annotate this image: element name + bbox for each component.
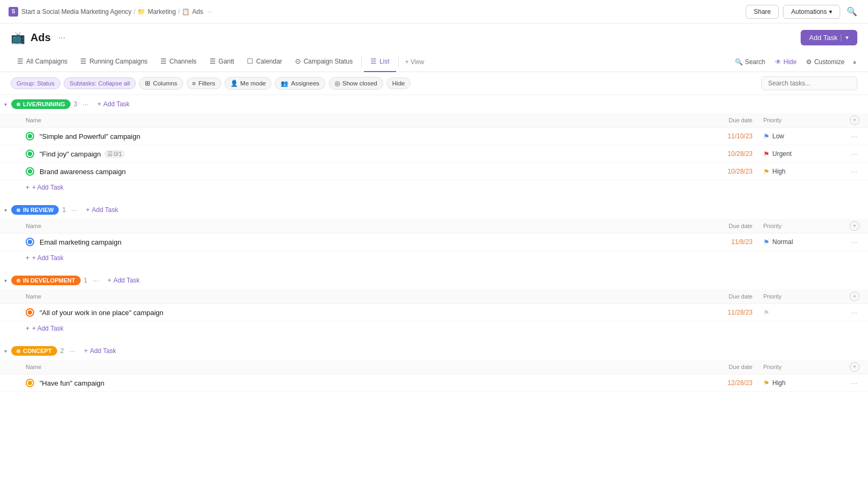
task-more-icon-4[interactable]: ···: [849, 237, 859, 247]
status-badge-concept: CONCEPT: [11, 346, 57, 356]
table-row[interactable]: "All of your work in one place" campaign…: [0, 304, 868, 322]
show-closed-icon: ◎: [335, 80, 340, 87]
breadcrumb-folder[interactable]: Marketing: [148, 8, 176, 15]
columns-icon: ⊞: [145, 80, 150, 87]
tab-list[interactable]: ☰ List: [364, 52, 396, 72]
col-header-due-review: Due date: [688, 223, 753, 229]
section-header-in-development[interactable]: ▾ IN DEVELOPMENT 1 ··· + Add Task: [0, 271, 868, 289]
gear-icon: ⚙: [806, 58, 812, 66]
add-view-tab[interactable]: + View: [401, 58, 429, 66]
add-task-row-review[interactable]: + + Add Task: [0, 251, 868, 265]
chevron-up-icon[interactable]: ▲: [852, 59, 857, 65]
hide-label: Hide: [784, 58, 797, 66]
table-row[interactable]: "Simple and Powerful" campaign 11/10/23 …: [0, 128, 868, 145]
section-add-task-concept[interactable]: + Add Task: [81, 346, 119, 356]
tab-divider-2: [398, 57, 399, 67]
tab-icon-campaign-status: ⊙: [295, 57, 301, 65]
automations-button[interactable]: Automations ▾: [783, 5, 840, 19]
global-search-icon[interactable]: 🔍: [844, 4, 859, 19]
task-more-icon-1[interactable]: ···: [849, 131, 859, 142]
breadcrumb-list[interactable]: Ads: [192, 8, 203, 15]
breadcrumb-workspace[interactable]: Start a Social Media Marketing Agency: [21, 8, 131, 15]
filter-chip-subtasks[interactable]: Subtasks: Collapse all: [64, 77, 136, 89]
task-table-in-dev: Name Due date Priority + "All of your wo…: [0, 289, 868, 335]
tab-campaign-status[interactable]: ⊙ Campaign Status: [289, 52, 359, 72]
hide-tab-action[interactable]: 👁 Hide: [771, 56, 801, 68]
col-header-name-live: Name: [26, 117, 688, 123]
task-more-icon-3[interactable]: ···: [849, 166, 859, 177]
task-name-2: "Find joy" campaign ☰ 0/1: [40, 150, 688, 158]
search-tasks-input[interactable]: [761, 76, 857, 90]
section-header-concept[interactable]: ▾ CONCEPT 2 ··· + Add Task: [0, 342, 868, 360]
section-more-in-review[interactable]: ···: [69, 206, 80, 214]
filter-chip-me-mode[interactable]: 👤 Me mode: [224, 77, 272, 90]
tab-icon-running-campaigns: ☰: [80, 57, 87, 65]
add-task-icon-in-dev: +: [107, 277, 111, 284]
main-content: ▾ LIVE/RUNNING 3 ··· + Add Task Name Due…: [0, 95, 868, 475]
task-name-text-2: "Find joy" campaign: [40, 150, 101, 158]
section-more-concept[interactable]: ···: [67, 347, 78, 355]
page-title-icon: 📺: [11, 31, 25, 45]
page-more-button[interactable]: ···: [58, 33, 65, 43]
badge-dot-dev: [17, 279, 20, 283]
table-header-in-review: Name Due date Priority +: [0, 219, 868, 233]
section-add-task-live-running[interactable]: + Add Task: [94, 99, 133, 109]
col-header-priority-concept: Priority: [753, 364, 838, 370]
tab-channels[interactable]: ☰ Channels: [154, 52, 203, 72]
tab-divider: [361, 57, 362, 67]
task-name-3: Brand awareness campaign: [40, 168, 688, 176]
tab-gantt[interactable]: ☰ Gantt: [203, 52, 241, 72]
task-table-in-review: Name Due date Priority + Email marketing…: [0, 219, 868, 265]
add-task-button[interactable]: Add Task ▾: [801, 30, 857, 45]
task-more-icon-5[interactable]: ···: [849, 307, 859, 318]
task-more-icon-6[interactable]: ···: [849, 378, 859, 388]
add-task-row-dev[interactable]: + + Add Task: [0, 322, 868, 335]
add-task-row-live[interactable]: + + Add Task: [0, 181, 868, 194]
tab-running-campaigns[interactable]: ☰ Running Campaigns: [74, 52, 154, 72]
filter-chip-assignees[interactable]: 👥 Assignees: [275, 77, 325, 90]
tab-icon-list: ☰: [370, 57, 377, 65]
add-col-icon-live[interactable]: +: [850, 115, 859, 125]
add-col-icon-concept[interactable]: +: [850, 362, 859, 372]
table-row[interactable]: Email marketing campaign 11/8/23 ⚑ Norma…: [0, 233, 868, 251]
customize-tab-action[interactable]: ⚙ Customize: [802, 56, 849, 68]
filter-chip-show-closed[interactable]: ◎ Show closed: [329, 77, 383, 90]
priority-label-2: Urgent: [772, 150, 792, 158]
filter-chip-hide[interactable]: Hide: [386, 77, 411, 89]
filter-chip-group-status[interactable]: Group: Status: [11, 77, 60, 89]
section-more-in-dev[interactable]: ···: [90, 276, 101, 285]
filter-chip-filters[interactable]: ≡ Filters: [187, 77, 221, 89]
table-row[interactable]: Brand awareness campaign 10/28/23 ⚑ High…: [0, 163, 868, 181]
col-header-name-dev: Name: [26, 293, 688, 300]
section-add-task-in-review[interactable]: + Add Task: [83, 205, 121, 215]
breadcrumb-more[interactable]: ···: [207, 8, 213, 15]
section-header-in-review[interactable]: ▾ IN REVIEW 1 ··· + Add Task: [0, 201, 868, 219]
share-button[interactable]: Share: [746, 5, 779, 19]
section-more-live-running[interactable]: ···: [81, 100, 91, 108]
tab-all-campaigns[interactable]: ☰ All Campaigns: [11, 52, 74, 72]
search-label: Search: [745, 58, 765, 66]
add-col-icon-review[interactable]: +: [850, 221, 859, 231]
badge-dot-concept: [17, 349, 20, 353]
table-row[interactable]: "Have fun" campaign 12/28/23 ⚑ High ···: [0, 374, 868, 392]
workspace-icon: S: [9, 7, 18, 17]
col-header-name-review: Name: [26, 223, 688, 229]
tab-label-gantt: Gantt: [219, 58, 234, 65]
task-more-icon-2[interactable]: ···: [849, 148, 859, 159]
page-header: 📺 Ads ··· Add Task ▾: [0, 23, 868, 52]
add-col-icon-dev[interactable]: +: [850, 292, 859, 301]
table-row[interactable]: "Find joy" campaign ☰ 0/1 10/28/23 ⚑ Urg…: [0, 145, 868, 163]
tab-calendar[interactable]: ☐ Calendar: [241, 52, 289, 72]
section-header-live-running[interactable]: ▾ LIVE/RUNNING 3 ··· + Add Task: [0, 95, 868, 113]
search-tab-action[interactable]: 🔍 Search: [731, 56, 770, 68]
hide-filter-label: Hide: [392, 80, 405, 87]
section-add-task-in-dev[interactable]: + Add Task: [104, 276, 143, 285]
add-task-label-in-dev: Add Task: [113, 277, 140, 284]
filter-chip-columns[interactable]: ⊞ Columns: [139, 77, 183, 90]
status-badge-live-running: LIVE/RUNNING: [11, 99, 71, 109]
col-add-live: +: [838, 115, 859, 125]
task-name-5: "All of your work in one place" campaign: [40, 309, 688, 317]
top-nav-right: Share Automations ▾ 🔍: [746, 4, 859, 19]
add-task-row-label-review: + Add Task: [32, 254, 64, 262]
task-more-5: ···: [838, 307, 859, 318]
